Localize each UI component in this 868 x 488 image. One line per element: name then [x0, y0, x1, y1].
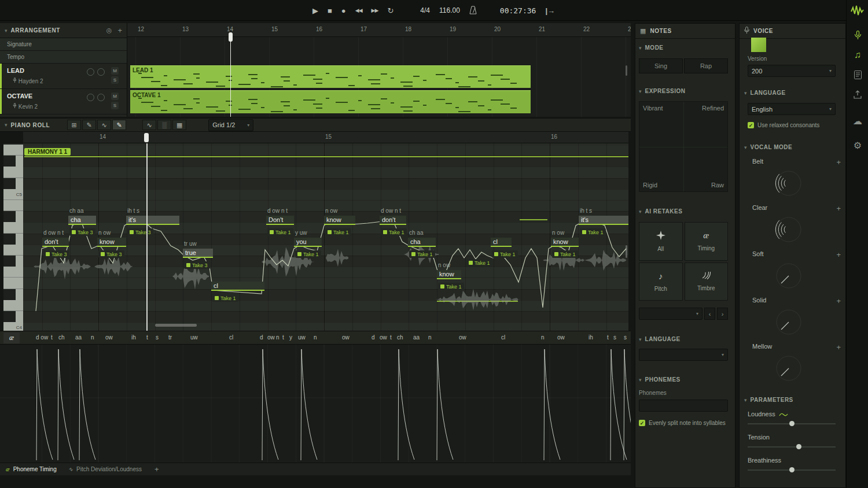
- piano-keys[interactable]: C5C4: [3, 143, 23, 331]
- phoneme-token[interactable]: t: [607, 334, 609, 341]
- note-phoneme-label[interactable]: n ow: [552, 230, 564, 236]
- tempo-value[interactable]: 116.00: [439, 6, 460, 14]
- piano-key[interactable]: [3, 178, 23, 189]
- vibrato-tool-button[interactable]: ∿: [142, 120, 156, 130]
- vocal-mode-knob[interactable]: [773, 260, 805, 292]
- piano-roll-note[interactable]: true: [183, 249, 213, 258]
- piano-key[interactable]: [3, 267, 23, 278]
- loop-button[interactable]: ↻: [387, 6, 393, 15]
- phoneme-token[interactable]: aa: [413, 334, 420, 341]
- piano-key[interactable]: [3, 311, 23, 322]
- voice-avatar[interactable]: [751, 38, 766, 52]
- note-phoneme-label[interactable]: d ow n t: [267, 208, 288, 214]
- piano-roll-area[interactable]: HARMONY 1 1d ow n tdon'tTake 3ch aachaTa…: [23, 143, 628, 331]
- horizontal-scroll-thumb[interactable]: [155, 324, 197, 327]
- solo-button[interactable]: S: [111, 102, 119, 109]
- rewind-button[interactable]: ◀◀: [355, 8, 362, 13]
- arrangement-clip[interactable]: LEAD 1: [130, 65, 531, 88]
- collapse-expression-icon[interactable]: ▾: [639, 88, 642, 94]
- param-slider-thumb[interactable]: [796, 444, 801, 449]
- arrangement-playhead[interactable]: [230, 32, 231, 117]
- phoneme-token[interactable]: t: [390, 334, 392, 341]
- bottom-tab-phoneme-timing[interactable]: æPhoneme Timing: [0, 463, 62, 476]
- levels-tool-button[interactable]: ░: [157, 120, 171, 130]
- note-phoneme-label[interactable]: ch aa: [69, 208, 83, 214]
- mode-rap-button[interactable]: Rap: [684, 58, 728, 73]
- bottom-tab-pitch-deviation[interactable]: ∿Pitch Deviation/Loudness: [62, 463, 148, 476]
- phoneme-token[interactable]: d: [260, 334, 263, 341]
- piano-roll-note[interactable]: cha: [408, 238, 436, 247]
- vocal-mode-add-button[interactable]: +: [836, 204, 841, 213]
- draw-tool-button[interactable]: ✎: [82, 120, 96, 130]
- phoneme-token[interactable]: d: [372, 334, 375, 341]
- piano-roll-note[interactable]: don't: [42, 238, 69, 247]
- arrangement-timeline[interactable]: 121314151617181920212223LEAD 1OCTAVE 1: [127, 23, 631, 117]
- note-phoneme-label[interactable]: d ow n t: [381, 208, 401, 214]
- voice-language-select[interactable]: English▾: [748, 103, 836, 115]
- piano-roll-note[interactable]: it's: [579, 216, 628, 225]
- parameter-editor[interactable]: [0, 345, 631, 463]
- phoneme-token[interactable]: t: [282, 334, 284, 341]
- note-phoneme-label[interactable]: ih t s: [580, 208, 592, 214]
- note-phoneme-label[interactable]: d ow n t: [43, 230, 64, 236]
- phoneme-token[interactable]: t: [51, 334, 53, 341]
- phoneme-token[interactable]: ow: [267, 334, 275, 341]
- note-phoneme-label[interactable]: n ow: [325, 208, 337, 214]
- arrangement-settings-icon[interactable]: ◎: [106, 27, 112, 34]
- piano-key[interactable]: [3, 145, 23, 156]
- piano-roll-note[interactable]: cha: [68, 216, 96, 225]
- piano-key[interactable]: C4: [3, 322, 23, 331]
- arrangement-row-signature[interactable]: Signature: [0, 38, 127, 51]
- arrangement-playhead-handle[interactable]: [229, 32, 233, 42]
- phoneme-token[interactable]: ch: [58, 334, 65, 341]
- notes-tab-icon[interactable]: ♫: [847, 45, 868, 65]
- vertical-scroll-thumb[interactable]: [626, 245, 627, 258]
- goto-marker-icon[interactable]: |→: [545, 6, 555, 15]
- note-phoneme-label[interactable]: ch aa: [409, 230, 423, 236]
- take-chip[interactable]: Take 1: [492, 250, 518, 258]
- vocal-mode-knob[interactable]: [773, 167, 805, 199]
- phoneme-token[interactable]: ih: [131, 334, 136, 341]
- piano-key[interactable]: C5: [3, 189, 23, 200]
- mute-button[interactable]: M: [111, 93, 119, 100]
- phoneme-token[interactable]: n: [541, 334, 545, 341]
- ai-retake-pitch-button[interactable]: ♪Pitch: [639, 263, 683, 301]
- phoneme-token[interactable]: uw: [298, 334, 306, 341]
- phoneme-token[interactable]: y: [289, 334, 292, 341]
- voice-tab-icon[interactable]: [847, 25, 868, 45]
- take-chip[interactable]: Take 1: [267, 228, 293, 236]
- note-phoneme-label[interactable]: n ow: [438, 262, 450, 268]
- phoneme-token[interactable]: uw: [190, 334, 198, 341]
- piano-roll-ruler[interactable]: 141516: [23, 132, 628, 143]
- time-signature[interactable]: 4/4: [420, 6, 430, 14]
- document-tab-icon[interactable]: [847, 65, 868, 84]
- piano-key[interactable]: [3, 234, 23, 245]
- retake-select[interactable]: ▾: [639, 308, 703, 320]
- phoneme-token[interactable]: ow: [105, 334, 113, 341]
- take-chip[interactable]: Take 3: [127, 228, 153, 236]
- split-syllables-checkbox[interactable]: ✓: [639, 420, 645, 426]
- play-button[interactable]: ▶: [312, 6, 318, 15]
- take-chip[interactable]: Take 1: [325, 228, 351, 236]
- cloud-tab-icon[interactable]: ☁: [847, 111, 868, 131]
- stop-button[interactable]: ■: [328, 6, 332, 15]
- mute-button[interactable]: M: [111, 67, 119, 75]
- take-chip[interactable]: Take 1: [381, 228, 407, 236]
- add-track-icon[interactable]: +: [117, 26, 122, 35]
- retake-prev-button[interactable]: ‹: [704, 308, 715, 320]
- note-language-select[interactable]: ▾: [639, 349, 728, 361]
- param-slider-thumb[interactable]: [789, 421, 795, 426]
- piano-key[interactable]: [3, 211, 23, 222]
- phoneme-token[interactable]: n: [91, 334, 94, 341]
- phoneme-token[interactable]: cl: [229, 334, 233, 341]
- collapse-mode-icon[interactable]: ▾: [639, 45, 642, 51]
- piano-roll-note[interactable]: know: [324, 216, 355, 225]
- ai-retake-all-button[interactable]: All: [639, 222, 683, 261]
- relaxed-consonants-checkbox[interactable]: ✓: [748, 122, 754, 128]
- record-button[interactable]: ●: [341, 6, 346, 15]
- take-chip[interactable]: Take 1: [438, 283, 464, 290]
- phoneme-token[interactable]: aa: [75, 334, 82, 341]
- vocal-mode-knob[interactable]: [773, 352, 805, 385]
- mode-sing-button[interactable]: Sing: [639, 58, 683, 73]
- vocal-mode-add-button[interactable]: +: [836, 158, 841, 167]
